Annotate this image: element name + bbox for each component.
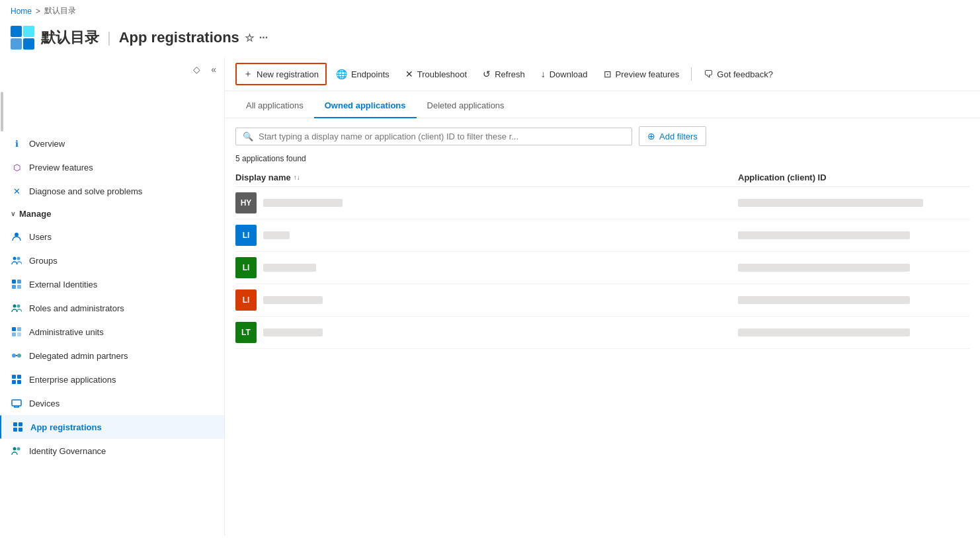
title-separator: |	[107, 29, 111, 46]
favorite-star-icon[interactable]: ☆	[245, 32, 254, 44]
svg-rect-15	[12, 375, 16, 379]
sidebar-item-devices[interactable]: Devices	[0, 391, 224, 415]
col-header-display-name: Display name ↑↓	[235, 173, 738, 182]
sidebar-item-overview[interactable]: ℹ Overview	[0, 132, 224, 155]
sidebar-item-preview-features[interactable]: ⬡ Preview features	[0, 155, 224, 179]
got-feedback-button[interactable]: 🗨 Got feedback?	[697, 65, 780, 83]
app-id-cell	[738, 199, 969, 207]
app-name-cell: LI	[235, 257, 738, 278]
app-registrations-icon	[12, 421, 24, 433]
sidebar-item-enterprise[interactable]: Enterprise applications	[0, 367, 224, 391]
refresh-button[interactable]: ↺ Refresh	[476, 65, 532, 83]
avatar: LT	[235, 322, 257, 343]
toolbar-divider	[691, 67, 692, 81]
info-icon: ℹ	[11, 137, 22, 149]
sidebar-item-users[interactable]: Users	[0, 225, 224, 249]
col-header-app-id: Application (client) ID	[738, 173, 969, 182]
app-name-cell: LT	[235, 322, 738, 343]
sidebar-item-groups[interactable]: Groups	[0, 249, 224, 272]
devices-icon	[11, 397, 22, 409]
preview-features-icon: ⊡	[604, 69, 612, 79]
sidebar-label-overview: Overview	[29, 139, 65, 149]
app-id-blurred	[738, 296, 910, 304]
sidebar-item-diagnose[interactable]: ✕ Diagnose and solve problems	[0, 179, 224, 203]
page-title: 默认目录 | App registrations ☆ ···	[41, 28, 268, 48]
sidebar-scrollbar[interactable]	[1, 92, 3, 132]
sidebar-section-manage[interactable]: ∨ Manage	[0, 203, 224, 225]
filter-icon: ⊕	[647, 131, 655, 141]
tab-owned-applications[interactable]: Owned applications	[314, 94, 417, 118]
table-row[interactable]: HY	[235, 187, 969, 219]
sidebar-item-identity-governance[interactable]: Identity Governance	[0, 439, 224, 463]
table-row[interactable]: LI	[235, 219, 969, 252]
sidebar-label-roles: Roles and administrators	[29, 303, 124, 313]
svg-rect-4	[17, 280, 21, 284]
filter-bar: 🔍 ⊕ Add filters	[225, 118, 980, 154]
download-icon: ↓	[541, 69, 546, 79]
sidebar-item-delegated[interactable]: Delegated admin partners	[0, 344, 224, 367]
app-id-cell	[738, 264, 969, 272]
table-row[interactable]: LI	[235, 284, 969, 317]
svg-rect-23	[19, 428, 22, 432]
sidebar-label-diagnose: Diagnose and solve problems	[29, 186, 142, 196]
sidebar-collapse-btn[interactable]: ◇	[190, 63, 203, 76]
refresh-icon: ↺	[483, 69, 491, 79]
sidebar-label-preview: Preview features	[29, 163, 93, 173]
breadcrumb-current: 默认目录	[44, 5, 76, 17]
delegated-icon	[11, 350, 22, 362]
svg-rect-5	[12, 285, 16, 289]
main-layout: ◇ « ℹ Overview ⬡ Preview features ✕ Diag…	[0, 58, 980, 536]
sidebar-item-roles[interactable]: Roles and administrators	[0, 296, 224, 320]
new-registration-button[interactable]: ＋ New registration	[235, 63, 327, 85]
breadcrumb-home[interactable]: Home	[11, 7, 32, 16]
org-name: 默认目录	[41, 28, 99, 48]
sidebar-item-admin-units[interactable]: Administrative units	[0, 320, 224, 344]
tabs-bar: All applications Owned applications Dele…	[225, 94, 980, 118]
search-icon: 🔍	[243, 132, 253, 141]
tab-deleted-applications[interactable]: Deleted applications	[417, 94, 515, 118]
svg-point-8	[17, 305, 20, 308]
groups-icon	[11, 254, 22, 266]
avatar: LI	[235, 289, 257, 311]
app-id-blurred	[738, 231, 910, 239]
admin-units-icon	[11, 326, 22, 338]
troubleshoot-button[interactable]: ✕ Troubleshoot	[399, 65, 473, 83]
table-row[interactable]: LT	[235, 317, 969, 349]
identity-governance-icon	[11, 445, 22, 457]
avatar: HY	[235, 192, 257, 213]
app-name-blurred	[263, 264, 316, 272]
sidebar-label-delegated: Delegated admin partners	[29, 351, 128, 361]
diagnose-icon: ✕	[11, 185, 22, 197]
svg-rect-18	[17, 380, 21, 384]
table-area: 5 applications found Display name ↑↓ App…	[225, 154, 980, 349]
sidebar-label-external: External Identities	[29, 280, 97, 289]
svg-rect-20	[13, 422, 17, 426]
svg-rect-11	[12, 332, 16, 336]
preview-features-button[interactable]: ⊡ Preview features	[597, 65, 686, 83]
app-name-blurred	[263, 231, 290, 239]
sidebar-pin-btn[interactable]: «	[208, 63, 219, 76]
enterprise-icon	[11, 373, 22, 385]
roles-icon	[11, 302, 22, 314]
add-filters-button[interactable]: ⊕ Add filters	[639, 126, 706, 146]
tab-all-applications[interactable]: All applications	[235, 94, 314, 118]
breadcrumb-sep: >	[36, 7, 40, 16]
more-options-icon[interactable]: ···	[259, 32, 268, 44]
sidebar-label-groups: Groups	[29, 256, 58, 266]
table-header: Display name ↑↓ Application (client) ID	[235, 169, 969, 187]
app-id-blurred	[738, 328, 910, 336]
sidebar-item-app-registrations[interactable]: App registrations	[0, 415, 224, 439]
search-box[interactable]: 🔍	[235, 128, 632, 145]
table-row[interactable]: LI	[235, 252, 969, 284]
sort-icon[interactable]: ↑↓	[294, 174, 300, 181]
svg-rect-9	[12, 327, 16, 331]
endpoints-button[interactable]: 🌐 Endpoints	[329, 65, 396, 83]
svg-rect-12	[17, 332, 21, 336]
app-name-cell: HY	[235, 192, 738, 213]
search-input[interactable]	[259, 132, 625, 141]
avatar: LI	[235, 225, 257, 246]
download-button[interactable]: ↓ Download	[534, 65, 594, 83]
svg-rect-19	[12, 400, 21, 406]
sidebar-item-external-identities[interactable]: External Identities	[0, 272, 224, 296]
svg-point-2	[17, 257, 20, 260]
